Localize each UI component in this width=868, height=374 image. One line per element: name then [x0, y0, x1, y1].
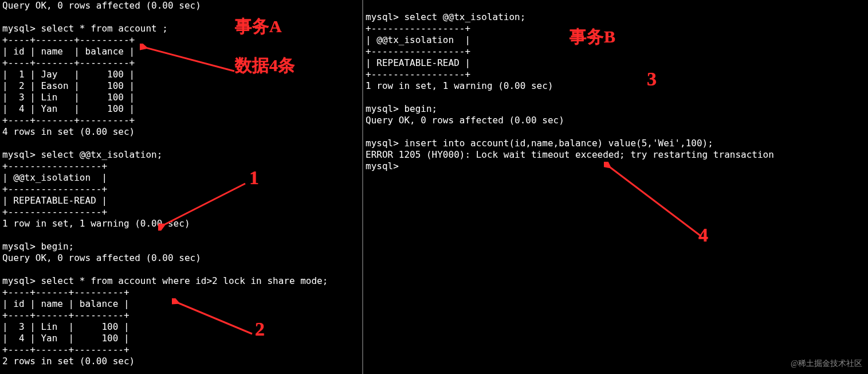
annotation-transaction-a: 事务A [235, 21, 282, 32]
arrow-icon [172, 298, 258, 340]
annotation-step-3: 3 [647, 73, 657, 85]
svg-line-0 [143, 47, 234, 71]
terminal-output-b: mysql> select @@tx_isolation; +---------… [366, 0, 866, 172]
terminal-pane-a[interactable]: Query OK, 0 rows affected (0.00 sec) mys… [0, 0, 363, 374]
annotation-data-rows: 数据4条 [235, 60, 295, 71]
svg-line-3 [607, 165, 701, 236]
terminal-pane-b[interactable]: mysql> select @@tx_isolation; +---------… [363, 0, 868, 374]
arrow-icon [604, 162, 707, 242]
annotation-transaction-b: 事务B [569, 31, 615, 42]
annotation-step-1: 1 [249, 172, 259, 184]
terminal-container: Query OK, 0 rows affected (0.00 sec) mys… [0, 0, 868, 374]
arrow-icon [140, 44, 237, 75]
arrow-icon [158, 179, 250, 231]
watermark-text: @稀土掘金技术社区 [791, 358, 862, 369]
svg-line-2 [175, 302, 252, 334]
svg-line-1 [162, 184, 245, 226]
